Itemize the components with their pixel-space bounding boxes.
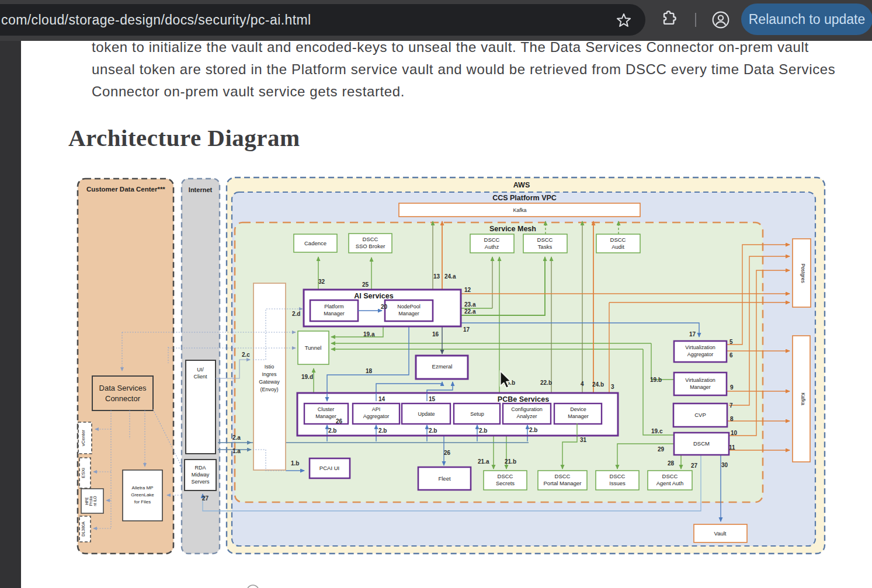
svg-text:PCAI UI: PCAI UI	[319, 465, 339, 471]
svg-text:2.a: 2.a	[232, 434, 241, 441]
svg-text:GreenLake: GreenLake	[131, 492, 154, 497]
svg-text:2.b: 2.b	[328, 427, 336, 434]
svg-text:25: 25	[362, 281, 369, 288]
svg-text:24.a: 24.a	[444, 273, 456, 280]
svg-text:Agent Auth: Agent Auth	[656, 480, 683, 486]
svg-text:28: 28	[668, 460, 675, 467]
svg-text:Device: Device	[570, 406, 586, 412]
svg-text:Manager: Manager	[690, 384, 711, 390]
svg-text:19.b: 19.b	[650, 377, 662, 383]
svg-text:16: 16	[432, 331, 439, 338]
svg-text:AWS: AWS	[513, 181, 530, 189]
svg-text:9: 9	[730, 384, 734, 391]
svg-text:Client: Client	[193, 374, 207, 380]
svg-text:HPE: HPE	[85, 497, 89, 505]
svg-text:19.c: 19.c	[651, 428, 663, 434]
svg-text:19.d: 19.d	[301, 374, 313, 380]
svg-text:26: 26	[444, 450, 451, 456]
svg-text:21.a: 21.a	[478, 458, 489, 465]
svg-text:Manager: Manager	[568, 413, 589, 419]
svg-text:Istio: Istio	[265, 364, 275, 370]
svg-text:29: 29	[658, 446, 665, 453]
svg-text:Internet: Internet	[189, 186, 213, 193]
svg-text:Platform: Platform	[324, 304, 344, 309]
svg-text:8: 8	[730, 416, 734, 422]
svg-text:27: 27	[691, 462, 698, 469]
svg-text:22.a: 22.a	[464, 308, 476, 315]
svg-text:Ingres: Ingres	[262, 371, 277, 377]
svg-text:Customer Data Center***: Customer Data Center***	[86, 186, 165, 193]
svg-text:Aggregator: Aggregator	[687, 352, 714, 357]
svg-text:1.b: 1.b	[291, 460, 299, 467]
svg-text:NodePool: NodePool	[397, 304, 421, 309]
svg-text:Aggregator: Aggregator	[363, 413, 390, 419]
svg-text:18: 18	[366, 368, 373, 374]
svg-text:Authz: Authz	[485, 243, 499, 250]
svg-text:DSCC: DSCC	[484, 236, 500, 243]
svg-text:nt iLO: nt iLO	[93, 496, 97, 506]
svg-text:Portal Manager: Portal Manager	[544, 480, 582, 486]
svg-text:Vault: Vault	[714, 530, 727, 537]
svg-text:Service Mesh: Service Mesh	[489, 225, 536, 233]
svg-text:12: 12	[464, 287, 471, 293]
svg-text:15: 15	[429, 396, 436, 402]
svg-text:32: 32	[318, 279, 325, 285]
svg-text:DSCM: DSCM	[693, 440, 710, 447]
svg-text:11: 11	[729, 444, 735, 451]
svg-text:Midway: Midway	[192, 472, 210, 478]
svg-text:DSCC: DSCC	[610, 473, 626, 479]
svg-text:DSCC: DSCC	[363, 236, 378, 242]
svg-text:Audit: Audit	[612, 243, 624, 250]
svg-text:DSCC: DSCC	[537, 236, 553, 243]
svg-text:DSCC: DSCC	[610, 236, 626, 243]
svg-text:23.a: 23.a	[464, 301, 476, 308]
svg-text:DL380A: DL380A	[81, 521, 85, 537]
svg-text:27: 27	[202, 495, 209, 502]
svg-text:Servers: Servers	[191, 479, 210, 485]
svg-text:Manager: Manager	[324, 311, 345, 316]
svg-text:7: 7	[729, 402, 733, 409]
svg-text:Issues: Issues	[609, 480, 626, 486]
svg-text:2.b: 2.b	[479, 427, 487, 434]
svg-text:Data Services: Data Services	[99, 384, 147, 392]
svg-text:31: 31	[580, 437, 587, 443]
svg-text:19.a: 19.a	[363, 331, 375, 338]
svg-text:CVP: CVP	[694, 412, 706, 418]
svg-text:2.b: 2.b	[529, 427, 537, 433]
svg-text:Virtualization: Virtualization	[685, 345, 715, 350]
svg-text:Cluster: Cluster	[318, 406, 335, 412]
svg-text:17: 17	[689, 331, 696, 338]
svg-text:for Files: for Files	[134, 499, 151, 505]
svg-text:Analyzer: Analyzer	[516, 413, 537, 419]
svg-text:5: 5	[729, 339, 733, 345]
svg-text:Cadence: Cadence	[304, 240, 326, 246]
svg-text:21.b: 21.b	[505, 458, 516, 465]
svg-text:2.b: 2.b	[378, 427, 387, 434]
svg-text:24.b: 24.b	[592, 381, 604, 388]
svg-text:vCenter: vCenter	[81, 430, 86, 446]
svg-text:6: 6	[729, 352, 733, 359]
svg-text:Secrets: Secrets	[496, 480, 515, 486]
svg-text:20: 20	[381, 304, 388, 310]
svg-text:DSCC: DSCC	[662, 473, 678, 479]
svg-text:2.c: 2.c	[242, 352, 250, 358]
svg-text:2.b: 2.b	[429, 427, 437, 434]
svg-text:13: 13	[433, 273, 440, 280]
svg-text:1.a: 1.a	[232, 448, 241, 454]
svg-text:Manager: Manager	[315, 413, 336, 419]
svg-text:Alletra MP: Alletra MP	[132, 485, 154, 490]
svg-text:Tunnel: Tunnel	[305, 345, 322, 351]
svg-text:30: 30	[721, 462, 728, 468]
svg-text:Manager: Manager	[398, 311, 419, 316]
svg-text:14: 14	[378, 396, 385, 402]
svg-text:Postgres: Postgres	[800, 263, 806, 283]
svg-text:Gateway: Gateway	[259, 379, 280, 385]
svg-text:DSCC: DSCC	[555, 473, 571, 479]
svg-text:22.b: 22.b	[540, 380, 552, 386]
svg-text:Fleet: Fleet	[438, 475, 450, 482]
svg-text:Virtualization: Virtualization	[685, 377, 715, 383]
svg-text:Setup: Setup	[470, 411, 484, 417]
svg-text:DSCC: DSCC	[498, 473, 513, 479]
svg-text:4: 4	[581, 381, 584, 387]
svg-text:2.d: 2.d	[292, 311, 300, 317]
